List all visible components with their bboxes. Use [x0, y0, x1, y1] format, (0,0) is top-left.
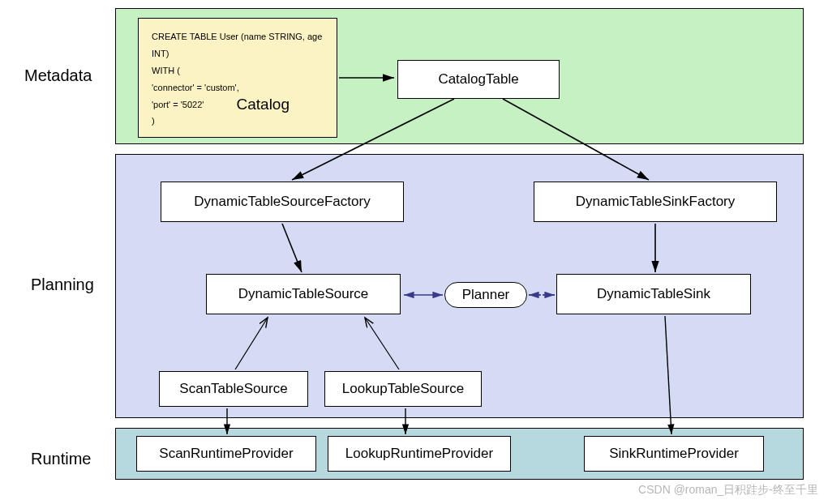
catalog-line1: CREATE TABLE User (name STRING, age INT)	[152, 28, 324, 62]
watermark: CSDN @roman_日积跬步-终至千里	[638, 483, 818, 498]
box-lookup-runtime: LookupRuntimeProvider	[328, 436, 511, 472]
label-runtime: Runtime	[31, 450, 91, 468]
box-catalog-table: CatalogTable	[397, 60, 560, 99]
box-scan-table-source: ScanTableSource	[159, 371, 308, 407]
catalog-line2: WITH (	[152, 62, 324, 79]
box-sink-runtime: SinkRuntimeProvider	[584, 436, 764, 472]
box-table-source: DynamicTableSource	[206, 274, 401, 314]
label-metadata: Metadata	[24, 66, 92, 85]
box-lookup-table-source: LookupTableSource	[324, 371, 482, 407]
box-sink-factory: DynamicTableSinkFactory	[534, 182, 777, 222]
box-source-factory: DynamicTableSourceFactory	[161, 182, 404, 222]
box-table-sink: DynamicTableSink	[556, 274, 751, 314]
planner: Planner	[444, 282, 527, 308]
box-scan-runtime: ScanRuntimeProvider	[136, 436, 316, 472]
label-planning: Planning	[31, 275, 94, 294]
catalog-title: Catalog	[237, 90, 290, 119]
catalog-box: CREATE TABLE User (name STRING, age INT)…	[138, 18, 337, 138]
